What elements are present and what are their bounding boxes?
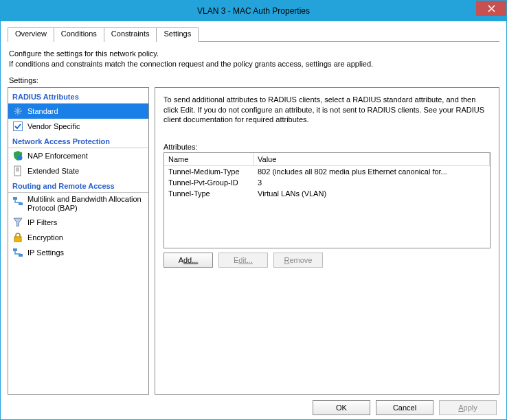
network-icon	[12, 196, 23, 207]
panels: RADIUS Attributes Standard Vendor Specif…	[8, 87, 499, 395]
cell-value: 3	[254, 178, 490, 187]
dialog-window: VLAN 3 - MAC Auth Properties Overview Co…	[0, 0, 507, 420]
cell-name: Tunnel-Medium-Type	[164, 167, 254, 176]
item-encryption[interactable]: Encryption	[8, 230, 148, 245]
close-icon	[488, 5, 495, 12]
item-vendor-specific[interactable]: Vendor Specific	[8, 119, 148, 134]
add-button[interactable]: Add...	[164, 253, 213, 268]
instructions-text: To send additional attributes to RADIUS …	[164, 95, 491, 126]
item-label: Extended State	[27, 167, 79, 175]
description-line: If conditions and constraints match the …	[9, 59, 498, 69]
settings-label: Settings:	[9, 76, 498, 84]
funnel-icon	[12, 217, 23, 228]
table-row[interactable]: Tunnel-Type Virtual LANs (VLAN)	[164, 188, 490, 199]
item-label: NAP Enforcement	[27, 152, 88, 160]
attributes-label: Attributes:	[164, 143, 491, 151]
cell-value: 802 (includes all 802 media plus Etherne…	[254, 167, 490, 176]
dialog-buttons: OK Cancel Apply	[8, 395, 499, 415]
description-text: Configure the settings for this network …	[9, 49, 498, 69]
tab-constraints[interactable]: Constraints	[104, 27, 157, 42]
svg-rect-4	[13, 197, 17, 200]
svg-rect-7	[13, 248, 17, 251]
item-extended-state[interactable]: Extended State	[8, 163, 148, 178]
document-icon	[12, 165, 23, 176]
globe-icon	[12, 106, 23, 117]
detail-panel: To send additional attributes to RADIUS …	[155, 87, 499, 395]
table-row[interactable]: Tunnel-Pvt-Group-ID 3	[164, 177, 490, 188]
column-header-name[interactable]: Name	[164, 153, 254, 165]
item-multilink[interactable]: Multilink and Bandwidth Allocation Proto…	[8, 193, 148, 215]
svg-rect-6	[14, 237, 21, 242]
window-title: VLAN 3 - MAC Auth Properties	[197, 6, 310, 16]
tab-strip: Overview Conditions Constraints Settings	[8, 27, 499, 42]
checkbox-icon	[12, 121, 23, 132]
svg-point-2	[18, 155, 23, 160]
item-ip-settings[interactable]: IP Settings	[8, 245, 148, 260]
item-label: Standard	[27, 107, 58, 115]
grid-header: Name Value	[164, 153, 490, 166]
apply-button[interactable]: Apply	[439, 400, 497, 415]
item-label: IP Settings	[27, 248, 64, 257]
lock-icon	[12, 232, 23, 243]
tab-conditions[interactable]: Conditions	[54, 27, 104, 42]
edit-button[interactable]: Edit...	[218, 253, 268, 268]
category-header-rras: Routing and Remote Access	[8, 180, 148, 193]
item-nap-enforcement[interactable]: NAP Enforcement	[8, 148, 148, 163]
settings-tree[interactable]: RADIUS Attributes Standard Vendor Specif…	[8, 87, 149, 395]
attributes-grid[interactable]: Name Value Tunnel-Medium-Type 802 (inclu…	[164, 152, 491, 248]
table-row[interactable]: Tunnel-Medium-Type 802 (includes all 802…	[164, 166, 490, 177]
titlebar: VLAN 3 - MAC Auth Properties	[1, 1, 506, 21]
cell-value: Virtual LANs (VLAN)	[254, 189, 490, 198]
column-header-value[interactable]: Value	[254, 153, 490, 165]
close-button[interactable]	[476, 1, 506, 16]
cancel-button[interactable]: Cancel	[376, 400, 433, 415]
network-icon	[12, 247, 23, 258]
shield-icon	[12, 150, 23, 161]
svg-rect-1	[14, 121, 23, 130]
item-label: Encryption	[27, 233, 63, 242]
item-label: Vendor Specific	[27, 122, 80, 130]
item-standard[interactable]: Standard	[8, 104, 148, 119]
tab-settings[interactable]: Settings	[157, 27, 199, 42]
item-label: IP Filters	[27, 218, 57, 226]
client-area: Overview Conditions Constraints Settings…	[1, 21, 506, 419]
category-header-radius: RADIUS Attributes	[8, 91, 148, 104]
tab-overview[interactable]: Overview	[8, 27, 54, 42]
category-header-nap: Network Access Protection	[8, 135, 148, 148]
item-label: Multilink and Bandwidth Allocation Proto…	[27, 195, 144, 213]
attribute-buttons: Add... Edit... Remove	[164, 253, 491, 268]
item-ip-filters[interactable]: IP Filters	[8, 215, 148, 230]
description-line: Configure the settings for this network …	[9, 49, 498, 59]
cell-name: Tunnel-Type	[164, 189, 254, 198]
cell-name: Tunnel-Pvt-Group-ID	[164, 178, 254, 187]
ok-button[interactable]: OK	[313, 400, 370, 415]
remove-button[interactable]: Remove	[273, 253, 323, 268]
